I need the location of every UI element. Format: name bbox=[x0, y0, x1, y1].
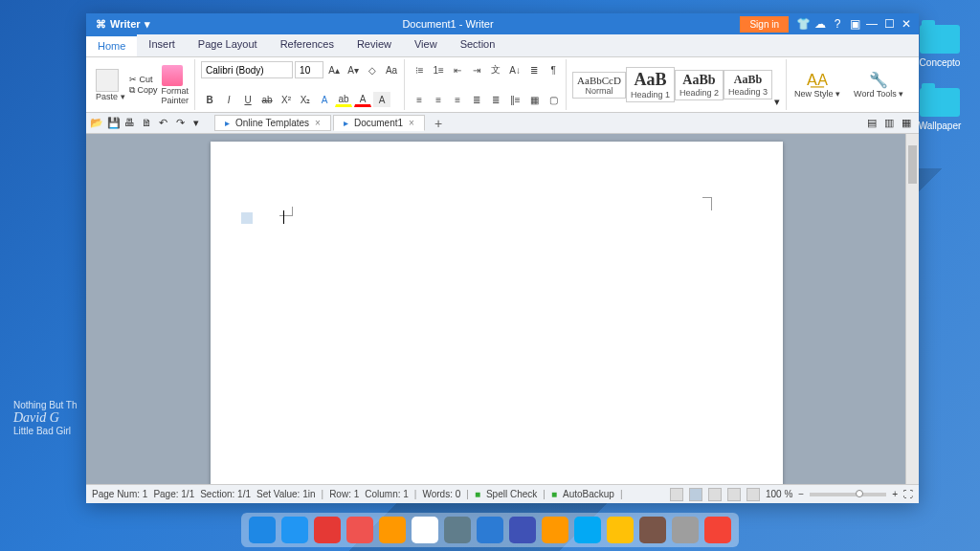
undo-icon[interactable]: ↶ bbox=[159, 117, 172, 130]
dock-app-10[interactable] bbox=[574, 517, 601, 543]
dock-app-13[interactable] bbox=[672, 517, 699, 543]
text-direction-icon[interactable]: 文 bbox=[487, 62, 504, 77]
menu-section[interactable]: Section bbox=[449, 34, 507, 56]
maximize-button[interactable]: ☐ bbox=[880, 17, 898, 31]
desktop-folder-wallpaper[interactable]: Wallpaper bbox=[911, 88, 969, 131]
font-size-select[interactable] bbox=[295, 61, 323, 78]
desktop-folder-concepto[interactable]: Concepto bbox=[911, 25, 969, 68]
paragraph-handle-icon[interactable] bbox=[241, 212, 253, 224]
dock-app-5[interactable] bbox=[412, 517, 438, 543]
zoom-slider[interactable] bbox=[810, 493, 886, 496]
italic-button[interactable]: I bbox=[220, 92, 237, 107]
dock-app-11[interactable] bbox=[607, 517, 634, 543]
justify-icon[interactable]: ≣ bbox=[468, 92, 485, 107]
dock-app-2[interactable] bbox=[314, 517, 341, 543]
document-page[interactable] bbox=[211, 142, 783, 484]
menu-view[interactable]: View bbox=[403, 34, 449, 56]
view-web-icon[interactable] bbox=[708, 488, 722, 501]
status-autobackup[interactable]: AutoBackup bbox=[563, 489, 614, 499]
minimize-button[interactable]: — bbox=[863, 17, 880, 31]
case-icon[interactable]: Aa bbox=[383, 62, 400, 77]
hide-pane-icon[interactable]: ▦ bbox=[902, 117, 915, 130]
dock-app-0[interactable] bbox=[249, 517, 276, 543]
signin-button[interactable]: Sign in bbox=[740, 16, 789, 33]
inc-indent-icon[interactable]: ⇥ bbox=[468, 62, 485, 77]
bullets-icon[interactable]: ⁝≡ bbox=[411, 62, 428, 77]
dock-app-3[interactable] bbox=[346, 517, 373, 543]
view-outline-icon[interactable] bbox=[689, 488, 702, 501]
status-spellcheck[interactable]: Spell Check bbox=[486, 489, 537, 499]
zoom-in-button[interactable]: + bbox=[892, 489, 898, 499]
nav-pane-icon[interactable]: ▤ bbox=[867, 117, 880, 130]
shading-icon[interactable]: A bbox=[373, 92, 390, 107]
align-center-icon[interactable]: ≡ bbox=[430, 92, 447, 107]
view-page-icon[interactable] bbox=[670, 488, 683, 501]
tshirt-icon[interactable]: 👕 bbox=[794, 17, 812, 31]
font-family-select[interactable] bbox=[201, 61, 293, 78]
dock-app-4[interactable] bbox=[379, 517, 406, 543]
outline-icon[interactable]: ≣ bbox=[525, 62, 543, 77]
font-color-icon[interactable]: A bbox=[354, 92, 371, 107]
format-painter-button[interactable]: FormatPainter bbox=[160, 64, 191, 106]
show-marks-icon[interactable]: ¶ bbox=[545, 62, 562, 77]
menu-page-layout[interactable]: Page Layout bbox=[187, 34, 269, 56]
numbering-icon[interactable]: 1≡ bbox=[430, 62, 447, 77]
dock-app-1[interactable] bbox=[281, 517, 308, 543]
style-normal[interactable]: AaBbCcDNormal bbox=[572, 72, 626, 99]
shrink-font-icon[interactable]: A▾ bbox=[345, 62, 362, 77]
dock-app-12[interactable] bbox=[639, 517, 666, 543]
close-button[interactable]: ✕ bbox=[898, 17, 915, 31]
word-tools-button[interactable]: 🔧Word Tools ▾ bbox=[848, 59, 909, 110]
sort-icon[interactable]: A↓ bbox=[506, 62, 523, 77]
line-spacing-icon[interactable]: ‖≡ bbox=[506, 92, 523, 107]
style-heading-2[interactable]: AaBbHeading 2 bbox=[675, 70, 724, 100]
view-reading-icon[interactable] bbox=[727, 488, 741, 501]
bold-button[interactable]: B bbox=[201, 92, 218, 107]
highlight-icon[interactable]: ab bbox=[335, 92, 352, 107]
dec-indent-icon[interactable]: ⇤ bbox=[449, 62, 466, 77]
fit-page-icon[interactable]: ⛶ bbox=[903, 489, 913, 499]
menu-review[interactable]: Review bbox=[345, 34, 403, 56]
doc-tab-online-templates[interactable]: ▸Online Templates× bbox=[214, 115, 331, 131]
styles-more-icon[interactable]: ▾ bbox=[772, 94, 782, 110]
vertical-scrollbar[interactable] bbox=[905, 134, 919, 484]
qat-more-icon[interactable]: ▾ bbox=[193, 117, 199, 129]
status-words[interactable]: Words: 0 bbox=[422, 489, 460, 499]
menu-home[interactable]: Home bbox=[86, 34, 137, 56]
dock-app-9[interactable] bbox=[542, 517, 568, 543]
cloud-icon[interactable]: ☁ bbox=[812, 17, 829, 31]
dock-app-7[interactable] bbox=[477, 517, 503, 543]
grow-font-icon[interactable]: A▴ bbox=[325, 62, 343, 77]
shading-para-icon[interactable]: ▦ bbox=[525, 92, 543, 107]
eye-protect-icon[interactable] bbox=[746, 488, 760, 501]
align-right-icon[interactable]: ≡ bbox=[449, 92, 466, 107]
status-pagenum[interactable]: Page Num: 1 bbox=[92, 489, 147, 499]
dock-app-8[interactable] bbox=[509, 517, 536, 543]
redo-icon[interactable]: ↷ bbox=[176, 117, 189, 130]
dock-app-14[interactable] bbox=[704, 517, 731, 543]
style-heading-3[interactable]: AaBbHeading 3 bbox=[724, 70, 772, 99]
dock-app-6[interactable] bbox=[444, 517, 471, 543]
underline-button[interactable]: U bbox=[239, 92, 256, 107]
app-menu[interactable]: ⌘Writer▾ bbox=[90, 18, 156, 31]
superscript-button[interactable]: X² bbox=[278, 92, 295, 107]
close-tab-icon[interactable]: × bbox=[315, 118, 321, 128]
help-icon[interactable]: ? bbox=[829, 17, 846, 31]
print-icon[interactable]: 🖶 bbox=[124, 117, 138, 130]
task-pane-icon[interactable]: ▥ bbox=[884, 117, 898, 130]
menu-insert[interactable]: Insert bbox=[137, 34, 187, 56]
borders-icon[interactable]: ▢ bbox=[545, 92, 562, 107]
text-effect-icon[interactable]: A bbox=[316, 92, 333, 107]
distribute-icon[interactable]: ≣ bbox=[487, 92, 504, 107]
align-left-icon[interactable]: ≡ bbox=[411, 92, 428, 107]
copy-button[interactable]: ⧉Copy bbox=[129, 85, 158, 96]
zoom-out-button[interactable]: − bbox=[798, 489, 804, 499]
ribbon-toggle-icon[interactable]: ▣ bbox=[846, 17, 863, 31]
clear-format-icon[interactable]: ◇ bbox=[364, 62, 381, 77]
print-preview-icon[interactable]: 🗎 bbox=[142, 117, 155, 130]
save-icon[interactable]: 💾 bbox=[107, 117, 121, 130]
menu-references[interactable]: References bbox=[269, 34, 345, 56]
strike-button[interactable]: ab bbox=[258, 92, 276, 107]
subscript-button[interactable]: X₂ bbox=[297, 92, 314, 107]
new-tab-button[interactable]: + bbox=[434, 116, 442, 131]
